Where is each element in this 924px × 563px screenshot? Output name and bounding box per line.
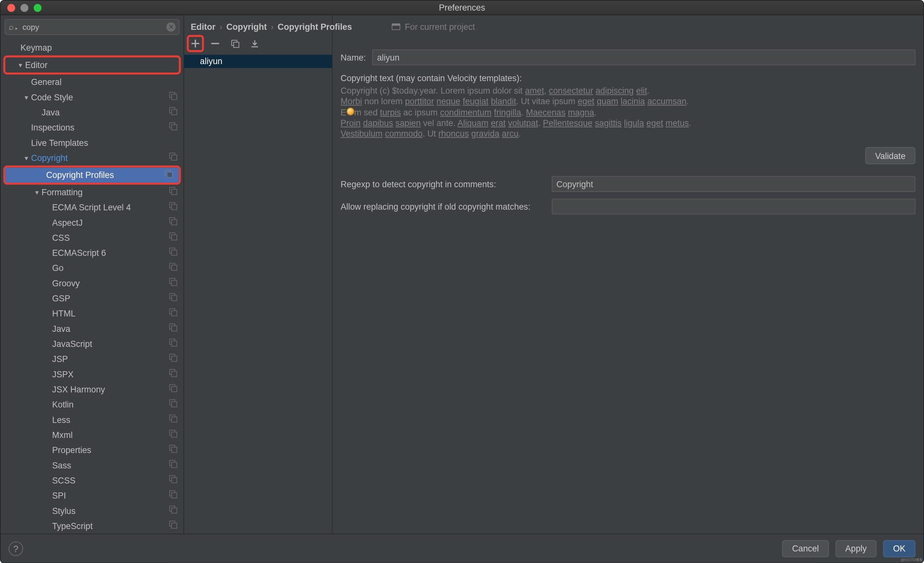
profile-list[interactable]: aliyun bbox=[184, 55, 332, 533]
import-profile-button[interactable] bbox=[248, 36, 262, 51]
tree-node[interactable]: Kotlin bbox=[1, 397, 183, 412]
tree-node[interactable]: Mxml bbox=[1, 427, 183, 442]
tree-node-label: General bbox=[31, 77, 178, 87]
breadcrumb-item[interactable]: Copyright Profiles bbox=[278, 21, 352, 31]
regex-input[interactable] bbox=[552, 176, 915, 192]
tree-node[interactable]: Live Templates bbox=[1, 135, 183, 150]
project-hint-label: For current project bbox=[405, 21, 475, 31]
scheme-icon bbox=[169, 460, 178, 471]
svg-rect-17 bbox=[172, 235, 177, 240]
tree-node[interactable]: Inspections bbox=[1, 120, 183, 135]
svg-rect-23 bbox=[172, 280, 177, 285]
tree-node[interactable]: TypeScript bbox=[1, 518, 183, 533]
tree-node[interactable]: GSP bbox=[1, 291, 183, 306]
scheme-icon bbox=[169, 505, 178, 517]
tree-node[interactable]: Properties bbox=[1, 442, 183, 458]
svg-rect-37 bbox=[172, 386, 177, 391]
copy-profile-button[interactable] bbox=[228, 36, 242, 51]
tree-node-label: Java bbox=[52, 324, 169, 334]
project-icon bbox=[392, 22, 401, 31]
scheme-icon bbox=[169, 429, 178, 440]
name-label: Name: bbox=[340, 52, 366, 63]
search-input[interactable] bbox=[4, 19, 179, 35]
tree-node[interactable]: AspectJ bbox=[1, 215, 183, 230]
tree-node[interactable]: Go bbox=[1, 261, 183, 276]
tree-node[interactable]: ▼Copyright bbox=[1, 150, 183, 165]
clear-search-icon[interactable]: ✕ bbox=[166, 22, 176, 32]
breadcrumb: Editor›Copyright›Copyright Profiles bbox=[184, 16, 359, 34]
tree-node-label: Groovy bbox=[52, 278, 169, 288]
cancel-button[interactable]: Cancel bbox=[782, 540, 829, 557]
tree-node[interactable]: Sass bbox=[1, 458, 183, 473]
tree-node[interactable]: Stylus bbox=[1, 503, 183, 518]
svg-rect-41 bbox=[172, 417, 177, 422]
tree-node[interactable]: Java bbox=[1, 105, 183, 120]
tree-node[interactable]: Groovy bbox=[1, 276, 183, 291]
validate-button[interactable]: Validate bbox=[865, 147, 915, 164]
expand-arrow-icon: ▼ bbox=[32, 189, 42, 196]
tree-node[interactable]: ▼Editor bbox=[5, 57, 179, 72]
expand-arrow-icon: ▼ bbox=[22, 94, 31, 101]
svg-rect-47 bbox=[172, 462, 177, 467]
tree-node[interactable]: SCSS bbox=[1, 473, 183, 488]
scheme-icon bbox=[169, 247, 178, 258]
tree-node[interactable]: JSPX bbox=[1, 367, 183, 382]
breadcrumb-item[interactable]: Editor bbox=[191, 21, 216, 31]
svg-rect-27 bbox=[172, 311, 177, 316]
tree-node-label: Less bbox=[52, 415, 169, 425]
scheme-icon bbox=[169, 490, 178, 501]
scheme-icon bbox=[169, 308, 178, 319]
svg-rect-57 bbox=[392, 24, 400, 25]
ok-button[interactable]: OK bbox=[883, 540, 915, 557]
svg-rect-29 bbox=[172, 326, 177, 331]
tree-node[interactable]: JavaScript bbox=[1, 336, 183, 351]
expand-arrow-icon: ▼ bbox=[16, 61, 25, 68]
tree-node[interactable]: Less bbox=[1, 412, 183, 427]
tree-node[interactable]: CSS bbox=[1, 230, 183, 245]
tree-node-label: Java bbox=[42, 108, 169, 117]
remove-profile-button[interactable] bbox=[208, 36, 222, 51]
scheme-icon bbox=[169, 414, 178, 425]
tree-node-label: SCSS bbox=[52, 475, 169, 485]
tree-node[interactable]: ▼Code Style bbox=[1, 90, 183, 105]
scheme-icon bbox=[169, 445, 178, 456]
scheme-icon bbox=[169, 323, 178, 334]
footer: ? Cancel Apply OK bbox=[1, 533, 923, 563]
help-button[interactable]: ? bbox=[9, 541, 23, 556]
expand-arrow-icon: ▼ bbox=[22, 154, 31, 161]
tree-node-label: CSS bbox=[52, 233, 169, 243]
scheme-icon bbox=[169, 263, 178, 274]
breadcrumb-item[interactable]: Copyright bbox=[226, 21, 267, 31]
tree-node[interactable]: JSX Harmony bbox=[1, 382, 183, 397]
scheme-icon bbox=[169, 369, 178, 380]
tree-node[interactable]: HTML bbox=[1, 306, 183, 321]
scheme-icon bbox=[169, 92, 178, 103]
tree-node[interactable]: ECMAScript 6 bbox=[1, 245, 183, 261]
tree-node[interactable]: Keymap bbox=[1, 40, 183, 55]
tree-node[interactable]: ECMA Script Level 4 bbox=[1, 200, 183, 215]
name-input[interactable] bbox=[372, 49, 915, 65]
copyright-text-label: Copyright text (may contain Velocity tem… bbox=[340, 73, 915, 83]
search-icon: ⌕▸ bbox=[9, 22, 19, 32]
svg-rect-25 bbox=[172, 296, 177, 301]
tree-node[interactable]: General bbox=[1, 74, 183, 90]
settings-tree[interactable]: Keymap▼EditorGeneral▼Code StyleJavaInspe… bbox=[1, 39, 183, 533]
tree-node[interactable]: SPI bbox=[1, 488, 183, 503]
allow-replace-input[interactable] bbox=[552, 199, 915, 214]
scheme-icon bbox=[169, 232, 178, 243]
tree-node[interactable]: JSP bbox=[1, 351, 183, 367]
scheme-icon bbox=[169, 187, 178, 198]
apply-button[interactable]: Apply bbox=[836, 540, 877, 557]
scheme-icon bbox=[169, 338, 178, 349]
tree-node[interactable]: Copyright Profiles bbox=[5, 168, 179, 183]
add-profile-button[interactable] bbox=[188, 36, 202, 51]
svg-rect-43 bbox=[172, 432, 177, 437]
tree-node[interactable]: ▼Formatting bbox=[1, 185, 183, 200]
copyright-textarea[interactable]: Copyright (c) $today.year. Lorem ipsum d… bbox=[340, 85, 915, 139]
scheme-icon bbox=[169, 107, 178, 118]
scheme-icon bbox=[169, 278, 178, 289]
sidebar: ⌕▸ ✕ Keymap▼EditorGeneral▼Code StyleJava… bbox=[1, 15, 184, 533]
svg-rect-7 bbox=[172, 155, 177, 160]
profile-list-item[interactable]: aliyun bbox=[184, 55, 332, 68]
tree-node[interactable]: Java bbox=[1, 321, 183, 336]
